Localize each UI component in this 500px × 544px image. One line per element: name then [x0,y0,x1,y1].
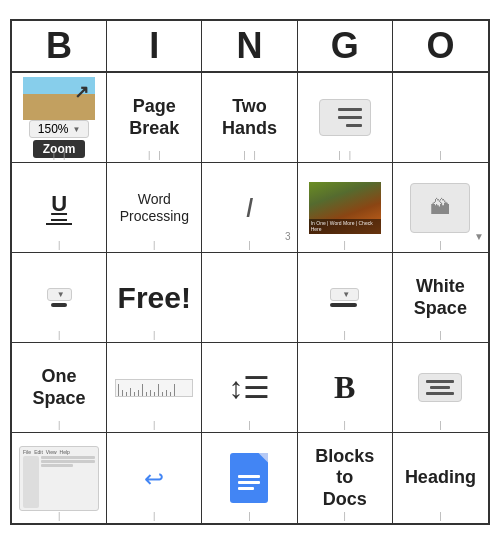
beach-image: ↗ [23,77,95,120]
dropdown-icon: ▼ [72,125,80,134]
tick-marks: || [338,150,351,160]
cell-r1c3: TwoHands || [202,73,297,163]
align-line-2 [430,386,450,389]
cell-r3c1: ▼ | [12,253,107,343]
tick-marks: | [248,420,250,430]
cell-r4c5: | [393,343,488,433]
font-name-display: ▼ [330,288,359,301]
ruler [115,379,193,397]
font-button[interactable] [330,303,357,307]
menu-line-1 [338,108,362,111]
page-break-label: PageBreak [129,96,179,139]
tick-marks: | [153,511,155,521]
app-main [41,456,95,508]
content-line [41,464,73,467]
underline-u-icon: U [51,191,67,221]
cell-r4c1: OneSpace | [12,343,107,433]
bingo-grid: ↗ 150% ▼ Zoom || PageBreak || TwoHands |… [12,73,488,523]
cell-r3c3 [202,253,297,343]
app-sidebar [23,456,39,508]
tick-marks: | [58,330,60,340]
tick-marks: | [439,330,441,340]
cell-r1c2: PageBreak || [107,73,202,163]
tick-marks: | [344,420,346,430]
menu-item-edit: Edit [34,449,43,455]
white-space-label: WhiteSpace [414,276,467,319]
tick-marks: || [148,150,161,160]
zoom-value: 150% [38,122,69,136]
menu-item-help: Help [60,449,70,455]
gdocs-lines [238,475,260,490]
number-3: 3 [285,231,291,242]
tick-marks: | [153,330,155,340]
align-line-1 [426,380,454,383]
forest-overlay-text: In One | Word More | Check Here [309,219,381,234]
cell-r4c2: | [107,343,202,433]
tick-marks: | [153,240,155,250]
tick-marks: | [58,511,60,521]
mountain-icon: 🏔 [430,196,450,219]
cell-r5c2: ↩ | [107,433,202,523]
bingo-header: B I N G O [12,21,488,73]
cell-r1c1: ↗ 150% ▼ Zoom || [12,73,107,163]
tick-marks: | [439,240,441,250]
header-b: B [12,21,107,71]
tick-marks: || [53,150,66,160]
cell-r2c5: 🏔 ▼ | [393,163,488,253]
heading-label: Heading [405,467,476,489]
google-docs-icon [230,453,268,503]
cell-r5c5: Heading | [393,433,488,523]
font-size-button[interactable] [51,303,67,307]
tick-marks: | [248,240,250,250]
tick-marks: | [439,511,441,521]
one-space-label: OneSpace [33,366,86,409]
content-line [41,460,95,463]
gdocs-line [238,487,254,490]
tick-marks: | [58,240,60,250]
tick-marks: | [439,420,441,430]
dropdown-icon: ▼ [57,290,65,299]
tick-marks: | [344,511,346,521]
italic-i-icon: I [246,192,254,224]
menu-item-view: View [46,449,57,455]
cell-r2c1: U | [12,163,107,253]
cell-r3c4: ▼ | [298,253,393,343]
forest-image: In One | Word More | Check Here [309,182,381,234]
app-screenshot: File Edit View Help [19,446,99,511]
cell-r1c4: || [298,73,393,163]
image-placeholder-icon: 🏔 [410,183,470,233]
cell-r5c3: | [202,433,297,523]
align-line-3 [426,392,454,395]
two-hands-label: TwoHands [222,96,277,139]
font-selector-control[interactable]: ▼ [330,288,359,307]
underline-bar [46,223,72,225]
cell-r1c5-blank: | [393,73,488,163]
cell-r2c4: In One | Word More | Check Here | [298,163,393,253]
word-processing-label: WordProcessing [120,191,189,225]
font-size-control[interactable]: ▼ [47,288,72,307]
dropdown-icon: ▼ [342,290,350,299]
tick-marks: | [344,240,346,250]
cell-r5c4: BlockstoDocs | [298,433,393,523]
undo-icon: ↩ [144,465,164,493]
header-o: O [393,21,488,71]
tick-marks: | [58,420,60,430]
dropdown-small: ▼ [474,231,484,242]
blocks-to-docs-label: BlockstoDocs [315,446,374,511]
cell-r2c3: I 3 | [202,163,297,253]
tick-marks: | [248,511,250,521]
bingo-card: B I N G O ↗ 150% ▼ Zoom || PageBreak || [10,19,490,525]
header-i: I [107,21,202,71]
content-line [41,456,95,459]
zoom-percentage: 150% ▼ [29,120,90,138]
menu-item-file: File [23,449,31,455]
font-size-value: ▼ [47,288,72,301]
cell-r4c3: ↕☰ | [202,343,297,433]
cell-r5c1: File Edit View Help | [12,433,107,523]
header-n: N [202,21,297,71]
app-content [23,456,95,508]
cell-r4c4: B | [298,343,393,433]
tab-label: Free! [118,281,191,315]
menu-line-2 [338,116,362,119]
line-spacing-icon: ↕☰ [228,370,270,405]
